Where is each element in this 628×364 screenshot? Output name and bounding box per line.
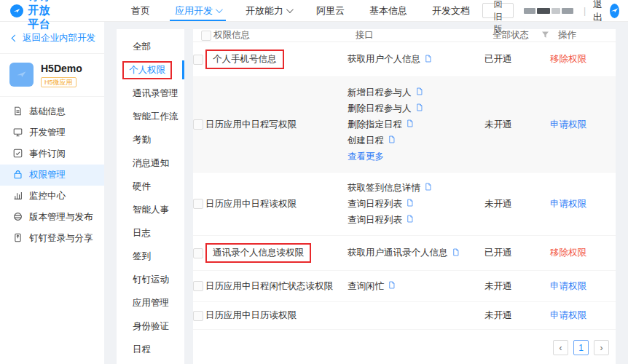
row-checkbox[interactable]	[193, 248, 203, 258]
api-doc-icon[interactable]	[388, 281, 396, 291]
api-doc-icon[interactable]	[388, 135, 396, 146]
sidebar-item-event-subscribe[interactable]: 事件订阅	[0, 143, 104, 165]
nav-item-basic-info[interactable]: 基本信息	[357, 0, 420, 21]
category-sport[interactable]: 钉钉运动	[117, 268, 184, 291]
select-all-checkbox[interactable]	[201, 31, 211, 41]
remove-permission-link[interactable]: 移除权限	[550, 248, 586, 258]
category-message[interactable]: 消息通知	[117, 151, 184, 175]
api-link[interactable]: 删除日程参与人	[348, 103, 412, 115]
col-permission-info: 权限信息	[213, 29, 356, 41]
dingtalk-logo[interactable]: 钉钉开放平台	[10, 0, 55, 31]
sidebar-item-permission-management[interactable]: 权限管理	[0, 165, 104, 186]
nav-item-aliyun[interactable]: 阿里云	[304, 0, 357, 21]
sidebar-item-basic-info[interactable]: 基础信息	[0, 101, 104, 122]
nav-item-dev-docs[interactable]: 开发文档	[420, 0, 482, 21]
apply-permission-link[interactable]: 申请权限	[550, 119, 586, 130]
redacted-username	[524, 8, 573, 14]
api-link[interactable]: 删除指定日程	[348, 119, 402, 131]
annotation-box: 个人手机号信息	[205, 50, 284, 69]
page-body: 返回企业内部开发 H5Demo H5微应用 基础信息 开发管理 事件订阅	[0, 22, 628, 364]
api-doc-icon[interactable]	[452, 248, 460, 258]
category-identity[interactable]: 身份验证	[117, 314, 184, 338]
api-link[interactable]: 获取用户个人信息	[348, 53, 420, 66]
annotation-box: 个人权限	[122, 61, 172, 79]
chevron-down-icon	[216, 6, 223, 13]
row-checkbox[interactable]	[193, 281, 203, 291]
annotation-box: 通讯录个人信息读权限	[205, 243, 311, 263]
api-link[interactable]: 新增日程参与人	[348, 87, 412, 99]
app-name: H5Demo	[41, 63, 82, 74]
top-navbar: 钉钉开放平台 首页 应用开发 开放能力 阿里云 基本信息 开发文档 返回旧版 |…	[0, 0, 628, 22]
filter-icon[interactable]	[541, 31, 549, 41]
status-text: 未开通	[484, 280, 550, 293]
api-link[interactable]: 查询日程列表	[348, 198, 402, 210]
page-1-button[interactable]: 1	[573, 340, 589, 355]
category-hardware[interactable]: 硬件	[117, 175, 184, 198]
permission-table-card: 权限信息 接口 全部状态 操作 个人手机号信息 获取用户个人信息 已开通 移除权…	[193, 29, 616, 364]
row-checkbox[interactable]	[193, 311, 203, 321]
api-link[interactable]: 获取签到信息详情	[348, 182, 420, 194]
row-checkbox[interactable]	[193, 55, 203, 65]
table-header: 权限信息 接口 全部状态 操作	[193, 29, 616, 42]
category-app-management[interactable]: 应用管理	[117, 291, 184, 314]
app-type-badge: H5微应用	[41, 77, 76, 87]
back-to-old-version-button[interactable]: 返回旧版	[482, 3, 514, 18]
sidebar-item-login-share[interactable]: 钉钉登录与分享	[0, 228, 104, 249]
share-icon	[13, 233, 23, 245]
api-link[interactable]: 查询闲忙	[348, 280, 384, 293]
api-doc-icon[interactable]	[406, 199, 414, 209]
api-doc-icon[interactable]	[424, 183, 432, 193]
api-doc-icon[interactable]	[406, 119, 414, 130]
release-icon	[13, 212, 23, 223]
app-avatar	[9, 63, 34, 87]
row-checkbox[interactable]	[193, 199, 203, 209]
apply-permission-link[interactable]: 申请权限	[550, 281, 586, 291]
permission-name: 日历应用中日程读权限	[205, 198, 297, 210]
api-link[interactable]: 创建日程	[348, 135, 384, 147]
nav-item-app-dev[interactable]: 应用开发	[162, 0, 233, 21]
status-text: 已开通	[484, 247, 550, 259]
status-text: 已开通	[484, 53, 550, 66]
sidebar-menu: 基础信息 开发管理 事件订阅 权限管理 监控中心 版本管理与发布 钉钉登录与分享	[0, 97, 104, 249]
user-avatar[interactable]	[610, 4, 619, 18]
permission-name: 日历应用中日程写权限	[205, 119, 297, 131]
chevron-left-icon	[12, 35, 19, 42]
apply-permission-link[interactable]: 申请权限	[550, 310, 586, 320]
sidebar-item-monitor-center[interactable]: 监控中心	[0, 186, 104, 207]
nav-item-home[interactable]: 首页	[119, 0, 162, 21]
category-workflow[interactable]: 智能工作流	[117, 105, 184, 128]
dingtalk-logo-icon	[10, 4, 23, 17]
row-checkbox[interactable]	[193, 119, 203, 130]
next-page-button[interactable]: ›	[594, 340, 609, 355]
lock-icon	[13, 170, 23, 181]
nav-item-open-ability[interactable]: 开放能力	[233, 0, 304, 21]
sidebar-item-version-release[interactable]: 版本管理与发布	[0, 207, 104, 228]
permission-category-panel: 全部 个人权限 通讯录管理 智能工作流 考勤 消息通知 硬件 智能人事 日志 签…	[117, 29, 184, 364]
category-contacts[interactable]: 通讯录管理	[117, 82, 184, 105]
api-link[interactable]: 获取用户通讯录个人信息	[348, 247, 448, 259]
api-doc-icon[interactable]	[415, 103, 423, 114]
nav-right: 返回旧版 | 退出	[482, 0, 619, 24]
remove-permission-link[interactable]: 移除权限	[550, 54, 586, 64]
api-doc-icon[interactable]	[406, 215, 414, 225]
category-calendar[interactable]: 日程	[117, 338, 184, 361]
permission-name: 日历应用中日程闲忙状态读权限	[205, 280, 333, 293]
table-row: 日历应用中日程读权限 获取签到信息详情 查询日程列表 查询日程列表 未开通 申请…	[193, 173, 616, 236]
view-more-link[interactable]: 查看更多	[348, 151, 384, 163]
api-doc-icon[interactable]	[415, 87, 423, 98]
bar-chart-icon	[13, 191, 23, 202]
category-all[interactable]: 全部	[117, 35, 184, 58]
category-attendance[interactable]: 考勤	[117, 128, 184, 151]
api-link[interactable]: 查询日程列表	[348, 214, 402, 226]
logout-link[interactable]: 退出	[593, 0, 603, 24]
prev-page-button[interactable]: ‹	[553, 340, 568, 355]
apply-permission-link[interactable]: 申请权限	[550, 199, 586, 209]
app-info-block: H5Demo H5微应用	[0, 54, 104, 97]
event-icon	[13, 149, 23, 160]
api-doc-icon[interactable]	[424, 55, 432, 65]
category-checkin[interactable]: 签到	[117, 245, 184, 268]
category-personal-permission[interactable]: 个人权限	[117, 58, 184, 82]
category-log[interactable]: 日志	[117, 221, 184, 245]
category-smart-hr[interactable]: 智能人事	[117, 198, 184, 221]
sidebar-item-dev-management[interactable]: 开发管理	[0, 122, 104, 143]
